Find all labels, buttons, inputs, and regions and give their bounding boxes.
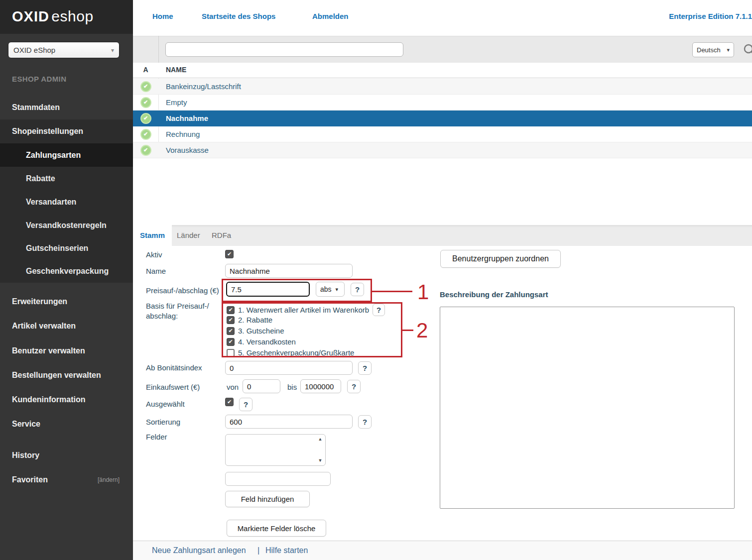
aktiv-label: Aktiv [146,250,162,259]
new-payment-link[interactable]: Neue Zahlungsart anlegen [152,546,246,555]
table-row[interactable]: ✔ Empty [133,95,752,111]
tab-stamm[interactable]: Stamm [133,225,172,246]
sidebar: OXID eshop OXID eShop ▾ ESHOP ADMIN Stam… [0,0,133,560]
sortierung-label: Sortierung [146,418,180,426]
bis-input[interactable] [300,379,341,393]
bonitaet-label: Ab Bonitätsindex [146,363,202,372]
basis-option-4[interactable]: ✔ 4. Versandkosten [227,337,296,346]
sidebar-item-bestellungen-verwalten[interactable]: Bestellungen verwalten [0,363,133,387]
logo-eshop-text: eshop [51,8,93,24]
sidebar-section-label: ESHOP ADMIN [12,75,66,83]
sidebar-item-versandarten[interactable]: Versandarten [0,190,133,214]
basis-option-3[interactable]: ✔ 3. Gutscheine [227,327,284,335]
basis-option-2[interactable]: ✔ 2. Rabatte [227,316,272,324]
description-textarea[interactable] [440,307,735,509]
main-content: Home Startseite des Shops Abmelden Enter… [133,0,752,560]
table-row[interactable]: ✔ Rechnung [133,126,752,142]
footer-separator: | [257,546,259,555]
sidebar-item-geschenkverpackung[interactable]: Geschenkverpackung [0,259,133,283]
sidebar-item-history[interactable]: History [0,444,133,467]
annotation-marker-1: 1 [417,282,429,303]
einkaufswert-help-button[interactable]: ? [347,380,361,393]
check-icon: ✔ [228,338,233,345]
basis-option-1[interactable]: ✔ 1. Warenwert aller Artikel im Warenkor… [227,304,385,316]
price-mode-select[interactable]: abs ▾ [316,282,345,297]
delete-fields-button[interactable]: Markierte Felder lösche [227,520,326,537]
nav-shop-start-link[interactable]: Startseite des Shops [202,12,275,20]
sidebar-item-artikel-verwalten[interactable]: Artikel verwalten [0,314,133,338]
column-header-name[interactable]: NAME [166,66,186,74]
annotation-line-2 [402,330,413,331]
name-label: Name [146,267,166,275]
basis-label-line1: Basis für Preisauf-/ [146,302,209,310]
listbox-scrollbar[interactable]: ▲ ▼ [316,436,324,464]
checkbox-checked: ✔ [227,338,235,346]
add-field-button[interactable]: Feld hinzufügen [225,491,310,507]
chevron-down-icon: ▾ [727,47,730,53]
checkbox-checked: ✔ [227,306,235,314]
sidebar-item-service[interactable]: Service [0,412,133,436]
sidebar-item-zahlungsarten[interactable]: Zahlungsarten [0,143,133,167]
active-check-icon: ✔ [140,113,151,124]
sortierung-help-button[interactable]: ? [358,415,372,429]
shop-select[interactable]: OXID eShop ▾ [8,42,120,58]
chevron-down-icon: ▾ [111,47,114,54]
sidebar-item-shopeinstellungen[interactable]: Shopeinstellungen [0,119,133,143]
felder-listbox[interactable]: ▲ ▼ [225,434,326,466]
check-icon: ✔ [227,399,232,405]
sortierung-input[interactable] [225,415,353,429]
language-select-value: Deutsch [697,46,721,54]
basis-option-label: 1. Warenwert aller Artikel im Warenkorb [238,306,369,314]
basis-option-5[interactable]: 5. Geschenkverpackung/Grußkarte [227,348,354,357]
basis-help-button[interactable]: ? [373,304,385,316]
basis-label-line2: abschlag: [146,312,178,320]
start-help-link[interactable]: Hilfe starten [265,546,308,555]
ausgewaehlt-help-button[interactable]: ? [239,398,252,411]
price-input[interactable] [226,282,310,297]
bonitaet-help-button[interactable]: ? [358,361,372,375]
annotation-marker-2: 2 [416,320,428,341]
ausgewaehlt-checkbox[interactable]: ✔ [225,398,234,406]
sidebar-item-kundeninformation[interactable]: Kundeninformation [0,388,133,412]
nav-home-link[interactable]: Home [152,12,173,20]
top-navigation: Home Startseite des Shops Abmelden Enter… [133,0,752,34]
favoriten-aendern-link[interactable]: [ändern] [98,476,120,483]
payment-name: Nachnahme [158,114,208,122]
sidebar-item-benutzer-verwalten[interactable]: Benutzer verwalten [0,339,133,363]
payment-name: Empty [158,98,187,107]
payment-table-header: A NAME [133,63,752,78]
assign-groups-button[interactable]: Benutzergruppen zuordnen [440,250,561,268]
annotation-line-1 [372,291,412,292]
scroll-down-icon[interactable]: ▼ [318,458,323,463]
price-label: Preisauf-/abschlag (€) [146,286,219,295]
table-row[interactable]: ✔ Bankeinzug/Lastschrift [133,79,752,95]
active-check-icon: ✔ [140,129,151,140]
language-select[interactable]: Deutsch ▾ [692,42,734,57]
table-row[interactable]: ✔ Vorauskasse [133,142,752,158]
basis-option-label: 5. Geschenkverpackung/Grußkarte [238,348,354,357]
scroll-up-icon[interactable]: ▲ [318,437,323,442]
sidebar-item-stammdaten[interactable]: Stammdaten [0,96,133,119]
nav-logout-link[interactable]: Abmelden [312,12,349,20]
tab-laender[interactable]: Länder [177,225,200,246]
bonitaet-input[interactable] [225,361,353,375]
price-mode-value: abs [320,285,332,293]
name-input[interactable] [225,264,353,278]
basis-option-label: 3. Gutscheine [238,327,284,335]
search-input[interactable] [165,42,403,57]
oxid-eshop-logo: OXID eshop [12,8,94,25]
bis-label: bis [287,383,297,391]
tab-rdfa[interactable]: RDFa [212,225,231,246]
column-header-active[interactable]: A [133,66,158,74]
von-input[interactable] [243,379,280,393]
price-help-button[interactable]: ? [351,283,364,296]
search-icon[interactable] [743,43,752,58]
new-field-input[interactable] [225,472,331,486]
sidebar-item-erweiterungen[interactable]: Erweiterungen [0,290,133,314]
sidebar-item-rabatte[interactable]: Rabatte [0,167,133,190]
sidebar-item-versandkostenregeln[interactable]: Versandkostenregeln [0,214,133,237]
payment-name: Rechnung [158,130,200,138]
aktiv-checkbox[interactable]: ✔ [225,250,234,258]
sidebar-item-gutscheinserien[interactable]: Gutscheinserien [0,236,133,260]
table-row-selected[interactable]: ✔ Nachnahme [133,111,752,126]
